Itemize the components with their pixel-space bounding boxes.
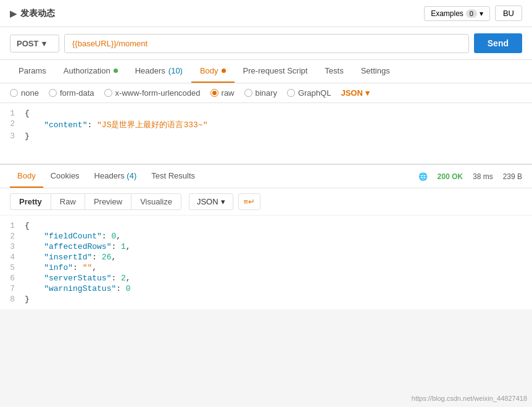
top-bar-actions: Examples 0 ▾ BU (424, 6, 522, 21)
examples-label: Examples (431, 9, 463, 18)
tab-params[interactable]: Params (10, 60, 55, 83)
url-bar: POST ▾ Send (0, 27, 532, 60)
headers-badge: (10) (168, 66, 183, 75)
option-binary[interactable]: binary (244, 88, 277, 98)
body-dot (222, 69, 226, 73)
resp-line-2: 2 "fieldCount": 0, (0, 231, 532, 241)
resp-line-7: 7 "warningStatus": 0 (0, 283, 532, 294)
arrow-icon: ▶ (10, 9, 17, 19)
method-chevron-icon: ▾ (42, 39, 46, 48)
resp-tab-cookies[interactable]: Cookies (43, 165, 87, 188)
response-section: Body Cookies Headers (4) Test Results 🌐 … (0, 165, 532, 309)
collection-title: ▶ 发表动态 (10, 8, 55, 19)
response-json-dropdown[interactable]: JSON ▾ (189, 193, 233, 210)
radio-none (10, 89, 18, 97)
format-pretty[interactable]: Pretty (10, 193, 51, 210)
radio-form-data (49, 89, 57, 97)
body-options: none form-data x-www-form-urlencoded raw… (0, 83, 532, 103)
method-label: POST (17, 39, 38, 48)
globe-icon: 🌐 (418, 172, 428, 181)
examples-button[interactable]: Examples 0 ▾ (424, 6, 490, 21)
request-body-editor[interactable]: 1 { 2 "content": "JS是世界上最好的语言333~" 3 } (0, 103, 532, 165)
radio-x-www (104, 89, 112, 97)
request-tabs: Params Authorization Headers (10) Body P… (0, 60, 532, 83)
resp-tab-body[interactable]: Body (10, 165, 43, 188)
option-x-www[interactable]: x-www-form-urlencoded (104, 88, 201, 98)
response-size: 239 B (503, 172, 522, 181)
option-form-data[interactable]: form-data (49, 88, 94, 98)
resp-line-8: 8 } (0, 294, 532, 304)
response-status: 🌐 200 OK 38 ms 239 B (418, 172, 522, 181)
code-line-3: 3 } (0, 131, 532, 141)
format-preview[interactable]: Preview (85, 193, 131, 210)
json-chevron-icon: ▾ (365, 88, 370, 98)
wrap-icon: ≡↵ (244, 197, 256, 206)
resp-line-3: 3 "affectedRows": 1, (0, 241, 532, 252)
resp-line-5: 5 "info": "", (0, 262, 532, 273)
send-button[interactable]: Send (474, 33, 522, 53)
url-input[interactable] (64, 34, 469, 53)
radio-binary (244, 89, 252, 97)
bu-button[interactable]: BU (495, 6, 522, 21)
response-time: 38 ms (473, 172, 493, 181)
examples-count: 0 (466, 9, 477, 18)
title-text: 发表动态 (20, 8, 55, 19)
resp-line-4: 4 "insertId": 26, (0, 252, 532, 262)
resp-line-1: 1 { (0, 220, 532, 231)
format-row: Pretty Raw Preview Visualize JSON ▾ ≡↵ (0, 188, 532, 216)
status-code: 200 OK (438, 172, 463, 181)
tab-tests[interactable]: Tests (316, 60, 352, 83)
tab-headers[interactable]: Headers (10) (127, 60, 191, 83)
resp-tab-headers[interactable]: Headers (4) (87, 165, 144, 188)
tab-body[interactable]: Body (191, 60, 235, 83)
option-raw[interactable]: raw (210, 88, 235, 98)
resp-tab-test-results[interactable]: Test Results (144, 165, 202, 188)
radio-graphql (287, 89, 295, 97)
radio-raw (210, 89, 218, 97)
tab-prerequest[interactable]: Pre-request Script (235, 60, 317, 83)
code-line-1: 1 { (0, 108, 532, 119)
option-graphql[interactable]: GraphQL (287, 88, 331, 98)
code-line-2: 2 "content": "JS是世界上最好的语言333~" (0, 119, 532, 131)
json-type-dropdown[interactable]: JSON ▾ (341, 88, 369, 98)
response-tabs-row: Body Cookies Headers (4) Test Results 🌐 … (0, 165, 532, 188)
response-body: 1 { 2 "fieldCount": 0, 3 "affectedRows":… (0, 216, 532, 309)
watermark: https://blog.csdn.net/weixin_44827418 (412, 395, 527, 402)
tab-authorization[interactable]: Authorization (55, 60, 127, 83)
wrap-button[interactable]: ≡↵ (238, 193, 261, 210)
response-tabs: Body Cookies Headers (4) Test Results (10, 165, 202, 188)
auth-dot (114, 69, 118, 73)
option-none[interactable]: none (10, 88, 39, 98)
resp-line-6: 6 "serverStatus": 2, (0, 273, 532, 283)
method-select[interactable]: POST ▾ (10, 35, 59, 52)
top-bar: ▶ 发表动态 Examples 0 ▾ BU (0, 0, 532, 27)
tab-settings[interactable]: Settings (352, 60, 399, 83)
chevron-down-icon: ▾ (480, 9, 483, 18)
json-format-chevron-icon: ▾ (221, 197, 225, 206)
format-raw[interactable]: Raw (51, 193, 85, 210)
format-visualize[interactable]: Visualize (131, 193, 181, 210)
